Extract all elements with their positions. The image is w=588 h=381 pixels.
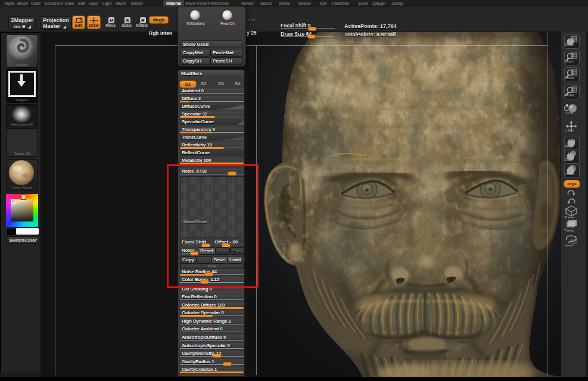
svg-text:S: S <box>126 18 129 23</box>
svg-text:R: R <box>141 18 145 23</box>
svg-text:M: M <box>110 18 114 23</box>
